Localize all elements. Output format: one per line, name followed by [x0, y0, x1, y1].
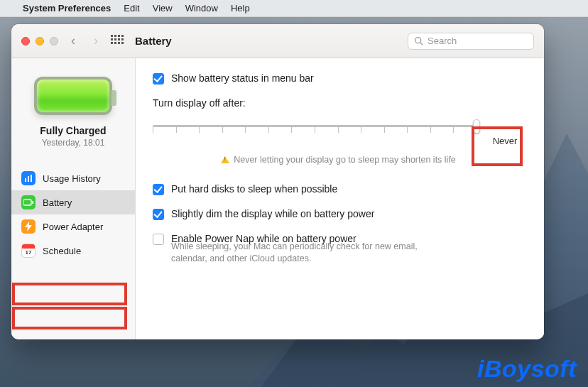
checkbox-hdd-sleep[interactable] — [153, 184, 164, 195]
menu-window[interactable]: Window — [185, 3, 218, 13]
preferences-window: ‹ › Battery Search Fully Charged Yesterd… — [11, 24, 544, 339]
watermark: iBoysoft — [477, 355, 577, 383]
menubar: System Preferences Edit View Window Help — [0, 0, 588, 17]
power-nap-description: While sleeping, your Mac can periodicall… — [153, 241, 451, 265]
battery-status-sub: Yesterday, 18:01 — [11, 138, 135, 148]
sidebar-item-label: Schedule — [43, 246, 81, 256]
menu-help[interactable]: Help — [231, 3, 250, 13]
back-button[interactable]: ‹ — [65, 33, 81, 48]
zoom-button — [50, 37, 58, 45]
settings-pane: Show battery status in menu bar Turn dis… — [136, 58, 544, 339]
menu-view[interactable]: View — [153, 3, 173, 13]
window-title: Battery — [135, 35, 172, 47]
display-off-slider[interactable] — [153, 123, 477, 138]
search-placeholder: Search — [428, 36, 457, 46]
app-menu[interactable]: System Preferences — [23, 3, 111, 13]
chart-icon — [21, 171, 36, 185]
slider-label: Turn display off after: — [153, 97, 524, 109]
window-controls — [21, 37, 58, 45]
titlebar: ‹ › Battery Search — [11, 24, 544, 58]
sidebar-nav: Usage History Battery Power Adapter — [11, 166, 135, 263]
svg-rect-3 — [28, 176, 29, 182]
sidebar-item-power-adapter[interactable]: Power Adapter — [11, 214, 135, 239]
slider-thumb[interactable] — [473, 119, 480, 133]
battery-status: Fully Charged — [11, 125, 135, 136]
close-button[interactable] — [21, 37, 30, 45]
sidebar-item-label: Power Adapter — [43, 222, 103, 232]
sidebar-item-usage-history[interactable]: Usage History — [11, 166, 135, 190]
sidebar-item-label: Usage History — [43, 173, 101, 184]
menu-edit[interactable]: Edit — [124, 3, 139, 13]
sidebar-item-schedule[interactable]: 17 Schedule — [11, 239, 135, 263]
battery-icon — [21, 195, 36, 209]
battery-illustration — [34, 77, 112, 115]
sidebar-item-battery[interactable]: Battery — [11, 190, 135, 214]
svg-rect-4 — [31, 175, 32, 182]
show-all-button[interactable] — [111, 35, 124, 48]
sidebar: Fully Charged Yesterday, 18:01 Usage His… — [11, 58, 136, 339]
checkbox-dim-display[interactable] — [153, 209, 164, 220]
svg-point-0 — [415, 38, 421, 43]
search-icon — [414, 36, 423, 45]
svg-rect-5 — [23, 200, 31, 205]
label-dim-display: Slightly dim the display while on batter… — [171, 208, 374, 219]
label-hdd-sleep: Put hard disks to sleep when possible — [171, 183, 337, 195]
svg-rect-2 — [25, 178, 26, 182]
slider-value: Never — [486, 119, 524, 146]
calendar-icon: 17 — [21, 244, 36, 258]
checkbox-show-in-menubar[interactable] — [153, 73, 164, 85]
search-input[interactable]: Search — [408, 33, 534, 50]
minimize-button[interactable] — [36, 37, 44, 45]
svg-rect-6 — [32, 201, 33, 204]
forward-button: › — [88, 33, 104, 48]
checkbox-power-nap[interactable] — [153, 234, 164, 245]
bolt-icon — [21, 219, 36, 234]
sidebar-item-label: Battery — [43, 197, 72, 208]
svg-line-1 — [420, 43, 423, 45]
warning-icon — [221, 156, 229, 163]
slider-warning: Never letting your display go to sleep m… — [153, 155, 524, 165]
label-show-in-menubar: Show battery status in menu bar — [171, 72, 314, 84]
